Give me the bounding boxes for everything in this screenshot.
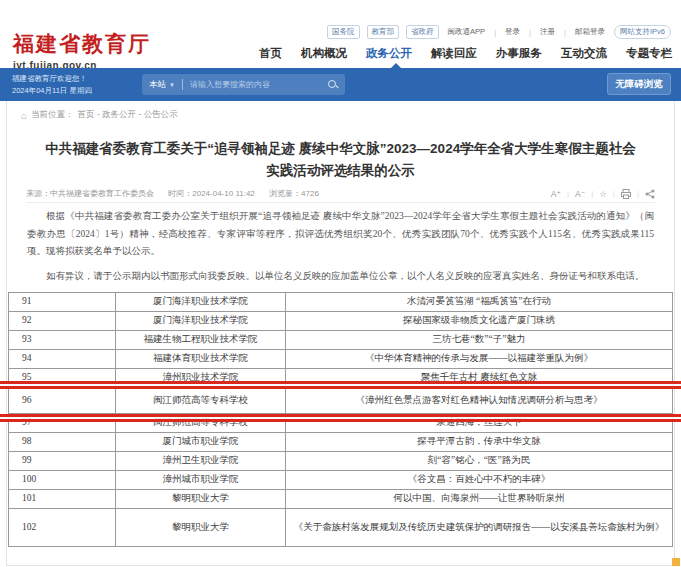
table-row: 91 厦门海洋职业技术学院 水清河晏筼筜湖 “福禹筼筜”在行动 bbox=[9, 293, 673, 312]
meta-views: 浏览量：4726 bbox=[269, 189, 319, 198]
body-paragraph: 根据《中共福建省委教育工委办公室关于组织开展“追寻领袖足迹 赓续中华文脉”202… bbox=[27, 208, 654, 261]
row-number: 93 bbox=[9, 331, 116, 350]
mail-login-link[interactable]: 邮箱登录 bbox=[573, 27, 607, 37]
nav-home[interactable]: 首页 bbox=[259, 46, 282, 61]
row-school: 漳州卫生职业学院 bbox=[116, 452, 286, 471]
row-school: 厦门海洋职业技术学院 bbox=[116, 312, 286, 331]
row-project-title: 《中华体育精神的传承与发展——以福建举重队为例》 bbox=[286, 350, 673, 369]
font-decrease-button[interactable]: A⁻ bbox=[575, 189, 585, 199]
row-project-title: 何以中国、向海泉州——让世界聆听泉州 bbox=[286, 490, 673, 509]
article-meta: 来源：中共福建省委教育工作委员会 时间：2024-04-10 11:42 浏览量… bbox=[26, 188, 331, 199]
table-row: 100 漳州城市职业学院 《谷文昌：百姓心中不朽的丰碑》 bbox=[9, 471, 673, 490]
row-number: 98 bbox=[9, 433, 116, 452]
meta-time: 时间：2024-04-10 11:42 bbox=[168, 189, 255, 198]
active-nav-notch bbox=[391, 63, 401, 68]
nav-special-topics[interactable]: 专题专栏 bbox=[626, 46, 672, 61]
article-title: 中共福建省委教育工委关于“追寻领袖足迹 赓续中华文脉”2023—2024学年全省… bbox=[45, 138, 636, 183]
nav-org-overview[interactable]: 机构概况 bbox=[301, 46, 347, 61]
ipv6-badge: 网站支持IPv6 bbox=[614, 25, 671, 39]
row-number: 96 bbox=[9, 388, 116, 414]
row-project-title: 探秘国家级非物质文化遗产厦门珠绣 bbox=[286, 312, 673, 331]
row-school: 福建体育职业技术学院 bbox=[116, 350, 286, 369]
main-nav: 首页 机构概况 政务公开 解读回应 办事服务 互动交流 专题专栏 bbox=[259, 46, 672, 61]
row-number: 92 bbox=[9, 312, 116, 331]
link-state-council[interactable]: 国务院 bbox=[327, 25, 360, 39]
accessibility-button[interactable]: 无障碍浏览 bbox=[607, 73, 671, 95]
row-number: 94 bbox=[9, 350, 116, 369]
breadcrumb-prefix: 当前位置： bbox=[31, 109, 74, 121]
nav-gov-disclosure[interactable]: 政务公开 bbox=[366, 46, 412, 61]
divider: | bbox=[591, 189, 593, 198]
site-logo-title: 福建省教育厅 bbox=[13, 30, 151, 58]
row-project-title: 《漳州红色景点游客对红色精神认知情况调研分析与思考》 bbox=[286, 388, 673, 414]
link-provincial-gov[interactable]: 省政府 bbox=[406, 25, 439, 39]
row-project-title: 探寻平潭古韵，传承中华文脉 bbox=[286, 433, 673, 452]
row-school: 漳州城市职业学院 bbox=[116, 471, 286, 490]
chevron-down-icon: ▼ bbox=[169, 82, 175, 88]
site-logo[interactable]: 福建省教育厅 jyt.fujian.gov.cn bbox=[13, 30, 151, 71]
row-project-title: 《关于畲族村落发展规划及传统历史建筑保护的调研报告——以安溪县善坛畲族村为例》 bbox=[286, 509, 673, 547]
header-blue-bar: 福建省教育厅欢迎您！ 2024年04月11日 星期四 本站 ▼ 无障碍浏览 bbox=[0, 68, 681, 101]
nav-interpretation[interactable]: 解读回应 bbox=[431, 46, 477, 61]
search-bar: 本站 ▼ bbox=[142, 74, 345, 95]
table-row-highlighted: 96 闽江师范高等专科学校 《漳州红色景点游客对红色精神认知情况调研分析与思考》 bbox=[9, 388, 673, 414]
row-school: 厦门海洋职业技术学院 bbox=[116, 293, 286, 312]
table-row: 98 厦门城市职业学院 探寻平潭古韵，传承中华文脉 bbox=[9, 433, 673, 452]
nav-interaction[interactable]: 互动交流 bbox=[561, 46, 607, 61]
table-row: 99 漳州卫生职业学院 刻“容”铭心，“医”路为民 bbox=[9, 452, 673, 471]
row-project-title: 刻“容”铭心，“医”路为民 bbox=[286, 452, 673, 471]
row-number: 91 bbox=[9, 293, 116, 312]
divider: | bbox=[613, 189, 615, 198]
table-row: 101 黎明职业大学 何以中国、向海泉州——让世界聆听泉州 bbox=[9, 490, 673, 509]
divider: | bbox=[567, 189, 569, 198]
divider: | bbox=[494, 28, 496, 37]
row-school: 厦门城市职业学院 bbox=[116, 433, 286, 452]
table-row: 102 黎明职业大学 《关于畲族村落发展规划及传统历史建筑保护的调研报告——以安… bbox=[9, 509, 673, 547]
row-project-title: 《谷文昌：百姓心中不朽的丰碑》 bbox=[286, 471, 673, 490]
red-annotation-line-bottom bbox=[0, 414, 681, 422]
date-line: 2024年04月11日 星期四 bbox=[12, 85, 92, 97]
divider: | bbox=[529, 28, 531, 37]
divider: | bbox=[637, 189, 639, 198]
row-number: 99 bbox=[9, 452, 116, 471]
welcome-line: 福建省教育厅欢迎您！ bbox=[12, 73, 92, 85]
link-ministry-of-education[interactable]: 教育部 bbox=[367, 25, 400, 39]
favorite-icon[interactable]: ☆ bbox=[599, 189, 607, 199]
article-body: 根据《中共福建省委教育工委办公室关于组织开展“追寻领袖足迹 赓续中华文脉”202… bbox=[27, 208, 654, 292]
breadcrumb-path[interactable]: 首页 - 政务公开 - 公告公示 bbox=[78, 109, 178, 121]
table-row: 93 福建生物工程职业技术学院 三坊七巷“数”“子”魅力 bbox=[9, 331, 673, 350]
share-icon[interactable] bbox=[645, 189, 655, 199]
home-icon: ⌂ bbox=[21, 110, 27, 121]
search-scope-select[interactable]: 本站 ▼ bbox=[149, 79, 175, 91]
search-icon[interactable] bbox=[328, 80, 338, 90]
login-link[interactable]: 登录 bbox=[503, 27, 522, 37]
row-project-title: 水清河晏筼筜湖 “福禹筼筜”在行动 bbox=[286, 293, 673, 312]
divider: | bbox=[564, 28, 566, 37]
row-school: 黎明职业大学 bbox=[116, 490, 286, 509]
font-increase-button[interactable]: A⁺ bbox=[551, 189, 561, 199]
article-tools: A⁺ | A⁻ | ☆ | | bbox=[551, 189, 655, 199]
table-row: 92 厦门海洋职业技术学院 探秘国家级非物质文化遗产厦门珠绣 bbox=[9, 312, 673, 331]
row-school: 黎明职业大学 bbox=[116, 509, 286, 547]
welcome-text: 福建省教育厅欢迎您！ 2024年04月11日 星期四 bbox=[12, 73, 92, 96]
corner-marker bbox=[672, 558, 680, 566]
divider bbox=[182, 79, 183, 90]
browser-page: 福建省教育厅 jyt.fujian.gov.cn 国务院 教育部 省政府 闽政通… bbox=[0, 0, 681, 567]
meta-source: 来源：中共福建省委教育工作委员会 bbox=[26, 189, 154, 198]
print-icon[interactable] bbox=[621, 189, 631, 199]
table-row: 94 福建体育职业技术学院 《中华体育精神的传承与发展——以福建举重队为例》 bbox=[9, 350, 673, 369]
row-number: 101 bbox=[9, 490, 116, 509]
link-minzhengtong-app[interactable]: 闽政通APP bbox=[446, 27, 488, 37]
red-annotation-line-top bbox=[0, 381, 681, 389]
row-number: 102 bbox=[9, 509, 116, 547]
nav-services[interactable]: 办事服务 bbox=[496, 46, 542, 61]
register-link[interactable]: 注册 bbox=[538, 27, 557, 37]
row-project-title: 三坊七巷“数”“子”魅力 bbox=[286, 331, 673, 350]
row-number: 100 bbox=[9, 471, 116, 490]
search-input[interactable] bbox=[190, 80, 328, 89]
breadcrumb: ⌂ 当前位置： 首页 - 政务公开 - 公告公示 bbox=[21, 109, 178, 121]
row-school: 闽江师范高等专科学校 bbox=[116, 388, 286, 414]
search-scope-label: 本站 bbox=[149, 79, 166, 91]
header-top-links: 国务院 教育部 省政府 闽政通APP | 登录 | 注册 | 邮箱登录 网站支持… bbox=[327, 25, 671, 39]
row-school: 福建生物工程职业技术学院 bbox=[116, 331, 286, 350]
